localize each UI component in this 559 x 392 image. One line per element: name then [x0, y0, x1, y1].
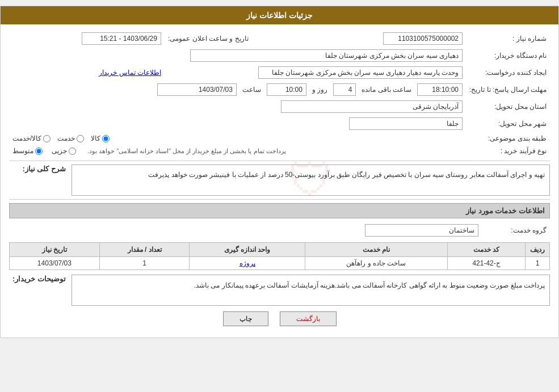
province-value: آذربایجان شرقی — [9, 98, 466, 115]
cell-quantity: 1 — [99, 257, 190, 270]
col-code: کد خدمت — [448, 243, 526, 257]
general-desc-text: تهیه و اجرای آسفالت معابر روستای سیه سرا… — [148, 171, 545, 179]
service-group-box: ساختمان — [365, 224, 478, 237]
buyer-org-label: نام دستگاه خریدار: — [466, 47, 550, 64]
button-row: بازگشت چاپ — [9, 311, 550, 326]
need-number-label: شماره نیاز : — [466, 30, 550, 47]
services-section-title: اطلاعات خدمات مورد نیاز — [9, 203, 550, 218]
creator-label: ایجاد کننده درخواست: — [466, 64, 550, 81]
divider-2 — [9, 199, 550, 200]
city-value: جلفا — [9, 115, 466, 132]
deadline-label: مهلت ارسال پاسخ: تا تاریخ: — [466, 81, 550, 98]
radio-kala: کالا — [91, 134, 110, 142]
page-title: جزئیات اطلاعات نیاز — [246, 11, 313, 20]
radio-kala-khedmat-label: کالا/خدمت — [12, 134, 41, 142]
service-group-label: گروه خدمت: — [482, 222, 550, 239]
radio-kala-label: کالا — [91, 134, 100, 142]
unit-link[interactable]: پروژه — [239, 259, 255, 267]
radio-khedmat-label: خدمت — [57, 134, 75, 142]
deadline-time-label: ساعت — [242, 86, 261, 94]
radio-kala-khedmat: کالا/خدمت — [12, 134, 51, 142]
buyer-notes-box: پرداخت مبلغ صورت وضعیت منوط به ارائه گوا… — [72, 275, 550, 306]
buyer-notes-label: توضیحات خریدار: — [9, 275, 66, 283]
table-row: 1 ج-42-421 ساخت جاده و راهآهن پروژه 1 14… — [10, 257, 550, 270]
general-desc-row: شرح کلی نیاز: 🛡 تهیه و اجرای آسفالت معاب… — [9, 165, 550, 196]
cell-code: ج-42-421 — [448, 257, 526, 270]
general-desc-label: شرح کلی نیاز: — [9, 165, 66, 173]
page-header: جزئیات اطلاعات نیاز — [1, 6, 558, 24]
purchase-type-options: متوسط جزیی — [12, 147, 76, 155]
divider-1 — [9, 161, 550, 161]
radio-jozii-label: جزیی — [52, 147, 67, 155]
back-button[interactable]: بازگشت — [280, 311, 337, 326]
service-group-value: ساختمان — [9, 222, 482, 239]
general-desc-box: 🛡 تهیه و اجرای آسفالت معابر روستای سیه س… — [72, 165, 550, 196]
contact-link[interactable]: اطلاعات تماس خریدار — [99, 69, 161, 77]
radio-khedmat: خدمت — [57, 134, 84, 142]
purchase-type-note: پرداخت تمام یا بخشی از مبلغ خریدار از مح… — [87, 147, 286, 155]
radio-mutavassit: متوسط — [12, 147, 43, 155]
content-area: شماره نیاز : 1103100575000002 تاریخ و سا… — [1, 24, 558, 338]
buyer-org-box: دهیاری سیه سران بخش مرکزی شهرستان جلفا — [190, 49, 463, 62]
col-date: تاریخ نیاز — [10, 243, 100, 257]
deadline-remain-label: ساعت باقی مانده — [362, 86, 411, 94]
deadline-time-box: 10:00 — [267, 83, 306, 96]
creator-value: وحدت پارسه دهیار دهیاری سیه سران بخش مرک… — [165, 64, 466, 81]
province-box: آذربایجان شرقی — [281, 100, 463, 113]
announce-date-box: 1403/06/29 - 15:21 — [82, 32, 161, 45]
cell-name: ساخت جاده و راهآهن — [305, 257, 447, 270]
need-number-value: 1103100575000002 — [263, 30, 466, 47]
deadline-date-box: 1403/07/03 — [157, 83, 237, 96]
buyer-org-value: دهیاری سیه سران بخش مرکزی شهرستان جلفا — [9, 47, 466, 64]
deadline-row: 1403/07/03 ساعت 10:00 روز و 4 ساعت باقی … — [9, 81, 466, 98]
purchase-type-label: نوع فرآیند خرید : — [466, 145, 550, 157]
city-box: جلفا — [349, 117, 463, 130]
category-radios-cell: کالا/خدمت خدمت کالا — [9, 132, 466, 145]
print-button[interactable]: چاپ — [223, 311, 268, 326]
announce-date-label: تاریخ و ساعت اعلان عمومی: — [165, 30, 252, 47]
purchase-type-cell: متوسط جزیی پرداخت تمام یا بخشی از مبلغ خ… — [9, 145, 466, 157]
col-unit: واحد اندازه گیری — [190, 243, 305, 257]
cell-unit: پروژه — [190, 257, 305, 270]
buyer-notes-text: پرداخت مبلغ صورت وضعیت منوط به ارائه گوا… — [194, 281, 545, 289]
category-radio-group: کالا/خدمت خدمت کالا — [12, 134, 463, 142]
buyer-notes-row: توضیحات خریدار: پرداخت مبلغ صورت وضعیت م… — [9, 275, 550, 306]
need-number-box: 1103100575000002 — [383, 32, 463, 45]
page-container: جزئیات اطلاعات نیاز شماره نیاز : 1103100… — [0, 6, 559, 338]
col-quantity: تعداد / مقدار — [99, 243, 190, 257]
radio-jozii-input[interactable] — [69, 147, 76, 155]
contact-link-cell: اطلاعات تماس خریدار — [9, 64, 165, 81]
creator-box: وحدت پارسه دهیار دهیاری سیه سران بخش مرک… — [258, 66, 463, 79]
radio-khedmat-input[interactable] — [77, 135, 84, 142]
col-name: نام خدمت — [305, 243, 447, 257]
col-row: ردیف — [526, 243, 550, 257]
province-label: استان محل تحویل: — [466, 98, 550, 115]
radio-kala-khedmat-input[interactable] — [43, 135, 51, 142]
radio-jozii: جزیی — [52, 147, 76, 155]
main-info-grid: شماره نیاز : 1103100575000002 تاریخ و سا… — [9, 30, 550, 157]
announce-date-value: 1403/06/29 - 15:21 — [9, 30, 165, 47]
radio-mutavassit-label: متوسط — [12, 147, 33, 155]
cell-date: 1403/07/03 — [10, 257, 100, 270]
deadline-days-label: روز و — [312, 86, 327, 94]
radio-mutavassit-input[interactable] — [35, 147, 43, 155]
services-table: ردیف کد خدمت نام خدمت واحد اندازه گیری ت… — [9, 242, 550, 270]
service-group-grid: گروه خدمت: ساختمان — [9, 222, 550, 239]
deadline-days-box: 4 — [333, 83, 356, 96]
category-label: طبقه بندی موضوعی: — [466, 132, 550, 145]
city-label: شهر محل تحویل: — [466, 115, 550, 132]
deadline-remain-box: 18:10:00 — [417, 83, 463, 96]
radio-kala-input[interactable] — [102, 135, 110, 142]
cell-row: 1 — [526, 257, 550, 270]
